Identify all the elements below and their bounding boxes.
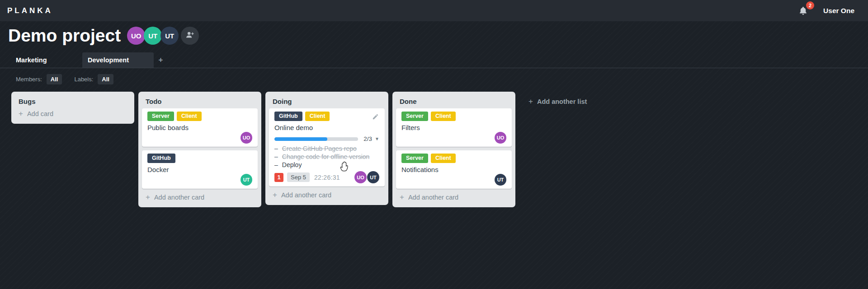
add-card-label: Add card xyxy=(27,110,53,117)
card-members: UT xyxy=(147,174,252,186)
task-item: Change code for offline version xyxy=(274,153,379,161)
project-header: Demo project UO UT UT xyxy=(8,25,868,46)
edit-card-icon[interactable] xyxy=(371,112,379,121)
card-label: Server xyxy=(147,112,174,121)
progress-count: 2/3 xyxy=(363,135,372,142)
labels-filter-value[interactable]: All xyxy=(98,74,113,84)
list: DoingGitHubClientOnline demo2/3▼Create G… xyxy=(265,92,388,205)
card-notification-badge: 1 xyxy=(274,173,283,182)
user-plus-icon xyxy=(185,30,195,42)
card-labels: GitHubClient xyxy=(274,112,379,121)
list: DoneServerClientFiltersUOServerClientNot… xyxy=(392,92,515,207)
chevron-down-icon[interactable]: ▼ xyxy=(375,136,379,141)
cards-container: ServerClientPublic boardsUOGitHubDockerU… xyxy=(138,107,261,189)
list: BugsAdd card xyxy=(11,92,134,124)
task-list: Create GitHub Pages repoChange code for … xyxy=(274,144,379,169)
avatar[interactable]: UO xyxy=(495,132,506,144)
card-label: Client xyxy=(177,112,202,121)
card[interactable]: ServerClientPublic boardsUO xyxy=(142,108,258,147)
card-label: Server xyxy=(401,112,428,121)
cards-container: ServerClientFiltersUOServerClientNotific… xyxy=(392,107,515,189)
card-title: Docker xyxy=(147,166,252,174)
cards-container: GitHubClientOnline demo2/3▼Create GitHub… xyxy=(265,107,388,186)
progress-bar-fill xyxy=(274,137,327,141)
card-label: Client xyxy=(431,112,456,121)
card[interactable]: GitHubDockerUT xyxy=(142,150,258,189)
filters-bar: Members: All Labels: All xyxy=(16,74,868,84)
labels-filter-label: Labels: xyxy=(74,76,93,83)
avatar[interactable]: UO xyxy=(127,27,145,45)
card-title: Public boards xyxy=(147,124,252,132)
card-labels: GitHub xyxy=(147,154,252,163)
avatar[interactable]: UO xyxy=(354,171,367,183)
notification-badge: 2 xyxy=(806,1,814,9)
plus-icon xyxy=(528,98,533,105)
list-title[interactable]: Doing xyxy=(265,92,388,107)
list-title[interactable]: Done xyxy=(392,92,515,107)
card-label: GitHub xyxy=(274,112,302,121)
due-date-badge[interactable]: Sep 5 xyxy=(287,172,310,182)
add-member-button[interactable] xyxy=(181,27,199,45)
members-filter-value[interactable]: All xyxy=(47,74,62,84)
list-title[interactable]: Bugs xyxy=(11,92,134,107)
avatar[interactable]: UT xyxy=(241,174,252,186)
labels-filter: Labels: All xyxy=(74,74,113,84)
project-title[interactable]: Demo project xyxy=(8,25,121,46)
card-title: Notifications xyxy=(401,166,506,174)
project-members: UO UT UT xyxy=(128,27,199,45)
members-filter-label: Members: xyxy=(16,76,42,83)
add-card-button[interactable]: Add card xyxy=(11,107,134,124)
card-labels: ServerClient xyxy=(401,154,506,163)
add-card-button[interactable]: Add another card xyxy=(265,186,388,205)
avatar[interactable]: UT xyxy=(160,27,179,45)
task-item: Create GitHub Pages repo xyxy=(274,144,379,153)
card-members: UO xyxy=(401,132,506,144)
task-item: Deploy xyxy=(274,161,379,169)
plus-icon xyxy=(400,194,404,200)
card-label: Client xyxy=(305,112,330,121)
card-label: GitHub xyxy=(147,154,175,163)
tasks-progress[interactable]: 2/3▼ xyxy=(274,135,379,142)
card-labels: ServerClient xyxy=(401,112,506,121)
card-title: Online demo xyxy=(274,124,379,132)
planka-app: PLANKA 2 User One Demo project UO UT UT xyxy=(0,0,868,289)
add-list-label: Add another list xyxy=(537,98,587,105)
avatar[interactable]: UT xyxy=(367,171,379,183)
card[interactable]: ServerClientNotificationsUT xyxy=(396,150,512,189)
tab-development[interactable]: Development xyxy=(82,52,154,68)
add-card-label: Add another card xyxy=(281,191,331,199)
timer-value[interactable]: 22:26:31 xyxy=(314,174,340,181)
list-title[interactable]: Todo xyxy=(138,92,261,107)
avatar[interactable]: UT xyxy=(144,27,162,45)
add-card-label: Add another card xyxy=(408,194,458,201)
add-board-button[interactable] xyxy=(154,52,172,68)
card[interactable]: ServerClientFiltersUO xyxy=(396,108,512,147)
avatar[interactable]: UT xyxy=(495,174,506,186)
add-card-button[interactable]: Add another card xyxy=(138,189,261,207)
board-tabs: Marketing Development xyxy=(0,52,868,68)
topbar: PLANKA 2 User One xyxy=(0,0,868,21)
card-title: Filters xyxy=(401,124,506,132)
progress-bar xyxy=(274,137,358,141)
user-menu[interactable]: User One xyxy=(823,7,854,15)
notifications-button[interactable]: 2 xyxy=(798,5,810,17)
topbar-right: 2 User One xyxy=(798,5,854,17)
card-label: Client xyxy=(431,154,456,163)
add-list-button[interactable]: Add another list xyxy=(528,98,587,105)
plus-icon xyxy=(19,111,23,117)
board-lists: BugsAdd cardTodoServerClientPublic board… xyxy=(0,92,868,207)
avatar[interactable]: UO xyxy=(241,132,252,144)
add-card-button[interactable]: Add another card xyxy=(392,189,515,207)
card[interactable]: GitHubClientOnline demo2/3▼Create GitHub… xyxy=(269,108,385,186)
card-members: UO xyxy=(147,132,252,144)
planka-logo: PLANKA xyxy=(7,6,53,15)
tab-marketing[interactable]: Marketing xyxy=(10,52,82,68)
card-meta-row: 1Sep 522:26:31UOUT xyxy=(274,171,379,183)
card-members: UT xyxy=(401,174,506,186)
plus-icon xyxy=(273,192,277,198)
plus-icon xyxy=(159,56,163,64)
card-labels: ServerClient xyxy=(147,112,252,121)
members-filter: Members: All xyxy=(16,74,62,84)
plus-icon xyxy=(146,194,150,200)
card-label: Server xyxy=(401,154,428,163)
